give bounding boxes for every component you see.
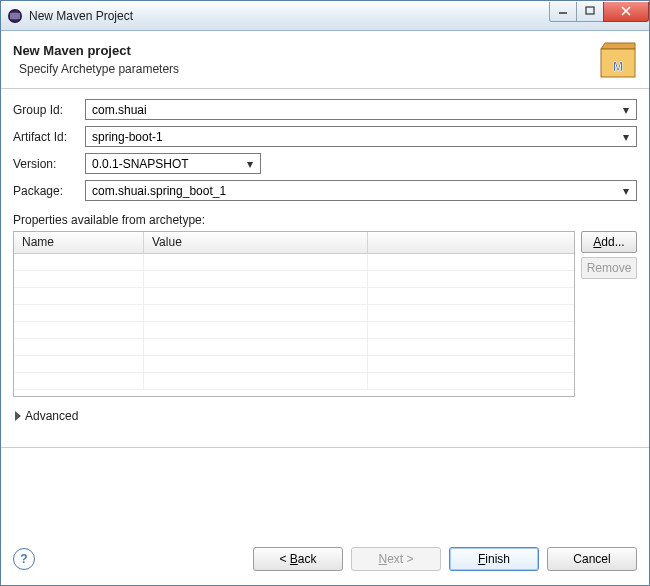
dialog-window: New Maven Project New Maven project Spec… bbox=[0, 0, 650, 586]
window-controls bbox=[550, 2, 649, 22]
artifact-id-combo[interactable]: ▾ bbox=[85, 126, 637, 147]
finish-button[interactable]: Finish bbox=[449, 547, 539, 571]
back-button[interactable]: < Back bbox=[253, 547, 343, 571]
banner-subtitle: Specify Archetype parameters bbox=[13, 62, 179, 76]
package-input[interactable] bbox=[90, 183, 620, 199]
svg-rect-3 bbox=[586, 7, 594, 14]
table-body[interactable] bbox=[14, 254, 574, 396]
minimize-button[interactable] bbox=[549, 2, 577, 22]
remove-property-button: Remove bbox=[581, 257, 637, 279]
col-name[interactable]: Name bbox=[14, 232, 144, 253]
dropdown-arrow-icon[interactable]: ▾ bbox=[244, 157, 256, 171]
group-id-combo[interactable]: ▾ bbox=[85, 99, 637, 120]
table-row[interactable] bbox=[14, 254, 574, 271]
properties-table[interactable]: Name Value bbox=[13, 231, 575, 397]
table-row[interactable] bbox=[14, 271, 574, 288]
chevron-right-icon bbox=[15, 411, 21, 421]
titlebar[interactable]: New Maven Project bbox=[1, 1, 649, 31]
table-row[interactable] bbox=[14, 322, 574, 339]
table-row[interactable] bbox=[14, 305, 574, 322]
table-row[interactable] bbox=[14, 356, 574, 373]
dropdown-arrow-icon[interactable]: ▾ bbox=[620, 130, 632, 144]
version-input[interactable] bbox=[90, 156, 244, 172]
properties-section-label: Properties available from archetype: bbox=[13, 213, 637, 227]
package-combo[interactable]: ▾ bbox=[85, 180, 637, 201]
table-row[interactable] bbox=[14, 373, 574, 390]
table-header: Name Value bbox=[14, 232, 574, 254]
window-title: New Maven Project bbox=[29, 9, 550, 23]
add-property-button[interactable]: Add... bbox=[581, 231, 637, 253]
eclipse-icon bbox=[7, 8, 23, 24]
banner-title: New Maven project bbox=[13, 43, 179, 58]
help-button[interactable]: ? bbox=[13, 548, 35, 570]
next-button: Next > bbox=[351, 547, 441, 571]
version-combo[interactable]: ▾ bbox=[85, 153, 261, 174]
dropdown-arrow-icon[interactable]: ▾ bbox=[620, 103, 632, 117]
artifact-id-input[interactable] bbox=[90, 129, 620, 145]
col-blank bbox=[368, 232, 574, 253]
dropdown-arrow-icon[interactable]: ▾ bbox=[620, 184, 632, 198]
group-id-label: Group Id: bbox=[13, 103, 85, 117]
wizard-footer: ? < Back Next > Finish Cancel bbox=[1, 533, 649, 585]
cancel-button[interactable]: Cancel bbox=[547, 547, 637, 571]
maven-icon: M bbox=[597, 39, 639, 81]
group-id-input[interactable] bbox=[90, 102, 620, 118]
table-row[interactable] bbox=[14, 339, 574, 356]
advanced-toggle[interactable]: Advanced bbox=[15, 409, 637, 423]
col-value[interactable]: Value bbox=[144, 232, 368, 253]
maximize-button[interactable] bbox=[576, 2, 604, 22]
separator bbox=[1, 447, 649, 448]
artifact-id-label: Artifact Id: bbox=[13, 130, 85, 144]
svg-text:M: M bbox=[613, 60, 623, 74]
version-label: Version: bbox=[13, 157, 85, 171]
close-button[interactable] bbox=[603, 2, 649, 22]
wizard-banner: New Maven project Specify Archetype para… bbox=[1, 31, 649, 89]
advanced-label: Advanced bbox=[25, 409, 78, 423]
wizard-content: Group Id: ▾ Artifact Id: ▾ Version: ▾ Pa… bbox=[1, 89, 649, 533]
package-label: Package: bbox=[13, 184, 85, 198]
table-row[interactable] bbox=[14, 288, 574, 305]
